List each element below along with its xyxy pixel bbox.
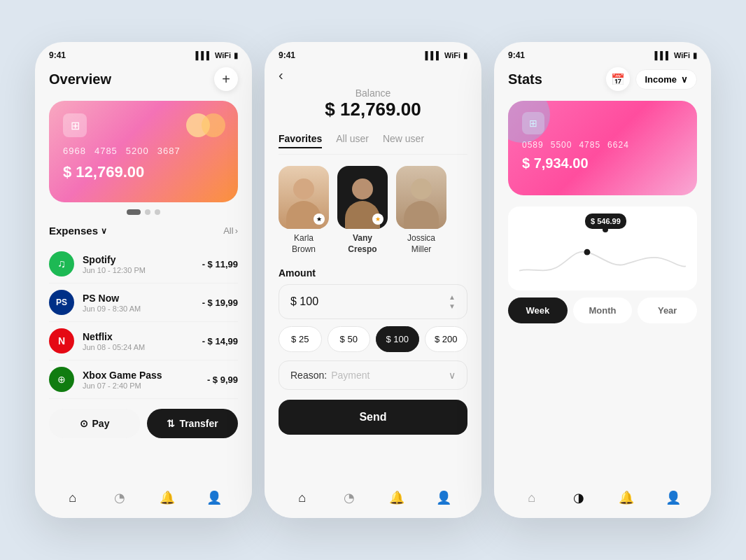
action-buttons: ⊙ Pay ⇅ Transfer [49,409,238,445]
dot-1 [127,209,141,215]
status-bar-3: 9:41 ▌▌▌ WiFi ▮ [494,42,711,64]
card-logo-1: ⊞ [63,113,87,137]
nav-bell-2[interactable]: 🔔 [388,489,406,507]
quick-100[interactable]: $ 100 [376,326,419,352]
balance-amount: $ 12,769.00 [279,99,467,120]
overview-header: Overview + [49,67,238,91]
phone1-content: Overview + ⊞ 6968 4785 5200 3687 $ 1 [35,64,252,480]
users-row: ★ KarlaBrown ★ VanyCrespo [279,166,467,255]
period-week[interactable]: Week [508,298,568,323]
add-button[interactable]: + [214,67,238,91]
nav-user-2[interactable]: 👤 [435,489,453,507]
nav-bell-3[interactable]: 🔔 [617,489,635,507]
jossica-name: JossicaMiller [407,233,435,255]
phone2-content: ‹ Balance $ 12,769.00 Favorites All user… [265,64,481,480]
netflix-icon: N [49,328,74,354]
spotify-icon: ♫ [49,251,74,276]
income-dropdown[interactable]: Income ∨ [635,69,697,90]
quick-50[interactable]: $ 50 [328,326,371,352]
amount-input-field[interactable]: $ 100 ▲ ▼ [279,284,467,319]
karla-name: KarlaBrown [292,233,316,255]
amount-arrows[interactable]: ▲ ▼ [449,293,456,310]
user-jossica[interactable]: JossicaMiller [396,166,446,255]
wifi-icon-3: WiFi [674,51,690,59]
ps-icon: PS [49,290,74,315]
back-button[interactable]: ‹ [279,67,467,83]
period-month[interactable]: Month [573,298,633,323]
user-vany[interactable]: ★ VanyCrespo [337,166,388,255]
battery-icon-2: ▮ [463,51,467,60]
card-dots-1 [49,209,238,215]
expense-info-spotify: Spotify Jun 10 - 12:30 PM [83,254,202,274]
card-circle-right [202,113,225,137]
bottom-nav-1: ⌂ ◔ 🔔 👤 [35,480,252,518]
user-karla[interactable]: ★ KarlaBrown [279,166,329,255]
nav-user-3[interactable]: 👤 [664,489,682,507]
balance-label: Balance [279,88,467,99]
arrow-down[interactable]: ▼ [449,302,456,310]
tab-new-user[interactable]: New user [383,133,424,148]
xbox-icon: ⊕ [49,367,74,392]
card-number-1: 6968 4785 5200 3687 [63,146,224,156]
svg-point-0 [584,249,591,255]
nav-clock-2[interactable]: ◔ [340,489,358,507]
nav-home-1[interactable]: ⌂ [64,489,82,507]
phone-stats: 9:41 ▌▌▌ WiFi ▮ Stats 📅 Income ∨ ⊞ [494,42,711,518]
nav-home-2[interactable]: ⌂ [293,489,311,507]
credit-card-1: ⊞ 6968 4785 5200 3687 $ 12,769.00 [49,101,238,202]
signal-icon-1: ▌▌▌ [195,51,211,59]
card-number-3: 0589 5500 4785 6624 [522,140,683,150]
signal-icon-3: ▌▌▌ [654,51,670,59]
period-year[interactable]: Year [638,298,697,323]
stats-header: Stats 📅 Income ∨ [508,67,697,91]
transfer-icon: ⇅ [167,418,175,429]
phone3-content: Stats 📅 Income ∨ ⊞ 0589 5500 4785 6624 [494,64,711,480]
tab-all-user[interactable]: All user [336,133,369,148]
amount-value: $ 100 [290,295,318,308]
nav-clock-1[interactable]: ◔ [111,489,129,507]
phone-overview: 9:41 ▌▌▌ WiFi ▮ Overview + ⊞ [35,42,252,518]
pay-button[interactable]: ⊙ Pay [49,409,140,438]
wifi-icon-2: WiFi [444,51,460,59]
quick-25[interactable]: $ 25 [279,326,322,352]
expenses-header: Expenses ∨ All › [49,225,238,237]
card-balance-1: $ 12,769.00 [63,163,224,181]
battery-icon-1: ▮ [234,51,238,60]
nav-bell-1[interactable]: 🔔 [158,489,176,507]
overview-title: Overview [49,71,111,88]
reason-row[interactable]: Reason: Payment ∨ [279,360,467,390]
expense-ps: PS PS Now Jun 09 - 8:30 AM - $ 19,99 [49,284,238,322]
wifi-icon-1: WiFi [215,51,231,59]
quick-200[interactable]: $ 200 [425,326,468,352]
tab-favorites[interactable]: Favorites [279,133,322,148]
stats-title: Stats [508,71,600,88]
time-1: 9:41 [49,50,66,60]
status-icons-2: ▌▌▌ WiFi ▮ [425,51,467,60]
all-expenses-link[interactable]: All › [223,225,238,236]
chart-svg [519,230,686,286]
transfer-tabs: Favorites All user New user [279,133,467,155]
nav-home-3[interactable]: ⌂ [523,489,541,507]
days-row: Su Mo Tu We Th Fr Sa [519,289,686,290]
dot-2 [145,209,150,215]
expense-list: ♫ Spotify Jun 10 - 12:30 PM - $ 11,99 PS… [49,245,238,399]
reason-chevron: ∨ [449,370,456,381]
pay-icon: ⊙ [80,418,88,429]
time-2: 9:41 [279,50,295,60]
reason-placeholder: Payment [331,370,444,381]
bottom-nav-3: ⌂ ◑ 🔔 👤 [494,480,711,518]
card-balance-3: $ 7,934.00 [522,155,683,172]
expenses-title: Expenses ∨ [49,225,107,237]
credit-card-3: ⊞ 0589 5500 4785 6624 $ 7,934.00 [508,101,697,195]
transfer-button[interactable]: ⇅ Transfer [147,409,238,438]
nav-user-1[interactable]: 👤 [205,489,223,507]
calendar-button[interactable]: 📅 [606,67,630,91]
jossica-avatar [396,166,446,229]
bottom-nav-2: ⌂ ◔ 🔔 👤 [265,480,481,518]
balance-header: Balance $ 12,769.00 [279,88,467,120]
vany-name: VanyCrespo [348,233,376,255]
quick-amounts: $ 25 $ 50 $ 100 $ 200 [279,326,467,352]
send-button[interactable]: Send [279,400,467,435]
nav-chart-3[interactable]: ◑ [570,489,588,507]
arrow-up[interactable]: ▲ [449,293,456,301]
